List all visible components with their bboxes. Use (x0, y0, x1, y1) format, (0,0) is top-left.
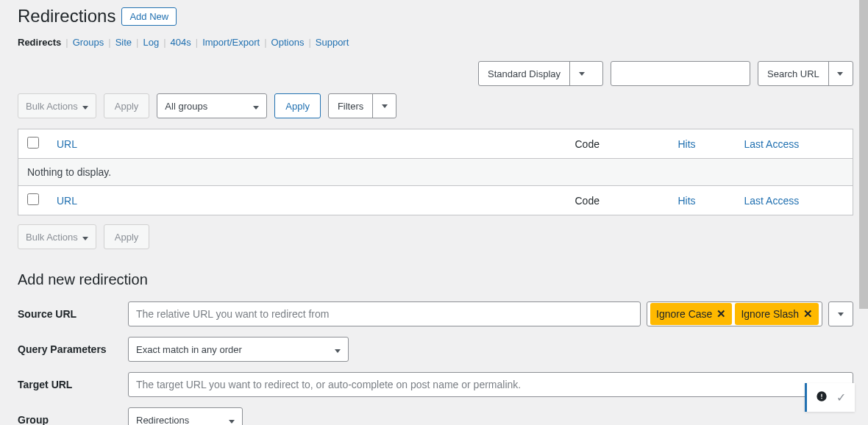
status-widget[interactable]: ✓ (805, 383, 855, 412)
chevron-down-icon (82, 232, 88, 243)
bulk-actions-select[interactable]: Bulk Actions (18, 93, 96, 118)
add-new-button[interactable]: Add New (121, 7, 177, 26)
group-label: Group (18, 414, 128, 425)
tab-site[interactable]: Site (115, 37, 132, 48)
select-all-checkbox-bottom[interactable] (27, 193, 39, 205)
tab-bar: Redirects| Groups| Site| Log| 404s| Impo… (18, 37, 853, 48)
col-last-access-footer[interactable]: Last Access (736, 186, 853, 215)
chevron-down-icon (828, 62, 852, 85)
close-icon[interactable]: ✕ (803, 307, 813, 321)
empty-message: Nothing to display. (18, 159, 853, 186)
alert-icon (816, 390, 828, 404)
search-type-label: Search URL (758, 62, 828, 85)
target-url-input[interactable] (128, 372, 853, 397)
scrollbar[interactable] (859, 0, 868, 425)
apply-button[interactable]: Apply (104, 93, 150, 118)
check-icon: ✓ (836, 390, 846, 404)
chevron-down-icon (372, 94, 396, 118)
col-url-footer[interactable]: URL (48, 186, 566, 215)
close-icon[interactable]: ✕ (716, 307, 726, 321)
ignore-case-chip[interactable]: Ignore Case ✕ (650, 303, 732, 325)
col-hits-footer[interactable]: Hits (669, 186, 736, 215)
page-title: Redirections (18, 6, 115, 26)
chevron-down-icon (82, 101, 88, 112)
query-params-label: Query Parameters (18, 343, 128, 355)
chevron-down-icon (569, 62, 593, 85)
bulk-actions-select-bottom[interactable]: Bulk Actions (18, 224, 96, 249)
tab-import-export[interactable]: Import/Export (202, 37, 260, 48)
col-code-footer: Code (566, 186, 669, 215)
query-params-select[interactable]: Exact match in any order (128, 337, 349, 362)
form-heading: Add new redirection (18, 271, 853, 288)
target-url-label: Target URL (18, 379, 128, 390)
source-flags-container: Ignore Case ✕ Ignore Slash ✕ (647, 301, 822, 326)
col-hits[interactable]: Hits (669, 129, 736, 159)
tab-options[interactable]: Options (271, 37, 305, 48)
group-filter-label: All groups (165, 101, 207, 112)
display-mode-select[interactable]: Standard Display (478, 61, 603, 86)
display-mode-label: Standard Display (479, 62, 569, 85)
bulk-actions-label: Bulk Actions (26, 232, 78, 243)
apply-button-bottom[interactable]: Apply (104, 224, 150, 249)
tab-log[interactable]: Log (143, 37, 159, 48)
group-filter-select[interactable]: All groups (157, 93, 267, 118)
col-last-access[interactable]: Last Access (736, 129, 853, 159)
ignore-slash-chip[interactable]: Ignore Slash ✕ (735, 303, 819, 325)
search-type-select[interactable]: Search URL (758, 61, 853, 86)
tab-404s[interactable]: 404s (171, 37, 191, 48)
tab-support[interactable]: Support (316, 37, 349, 48)
filters-select[interactable]: Filters (328, 93, 396, 118)
source-url-label: Source URL (18, 308, 128, 320)
redirects-table: URL Code Hits Last Access Nothing to dis… (18, 129, 853, 215)
filters-label: Filters (329, 94, 372, 118)
source-flags-dropdown[interactable] (828, 301, 853, 326)
chevron-down-icon (335, 344, 341, 355)
chevron-down-icon (229, 415, 235, 426)
group-select[interactable]: Redirections (128, 407, 243, 425)
apply-filter-button[interactable]: Apply (274, 93, 321, 118)
scrollbar-thumb[interactable] (859, 0, 868, 309)
bulk-actions-label: Bulk Actions (26, 101, 78, 112)
select-all-checkbox[interactable] (27, 137, 39, 149)
group-value: Redirections (136, 415, 189, 426)
source-url-input[interactable] (128, 301, 641, 326)
search-input[interactable] (611, 61, 750, 86)
query-params-value: Exact match in any order (136, 344, 242, 355)
col-url[interactable]: URL (48, 129, 566, 159)
chevron-down-icon (253, 101, 259, 112)
tab-redirects[interactable]: Redirects (18, 37, 61, 48)
col-code: Code (566, 129, 669, 159)
tab-groups[interactable]: Groups (73, 37, 104, 48)
